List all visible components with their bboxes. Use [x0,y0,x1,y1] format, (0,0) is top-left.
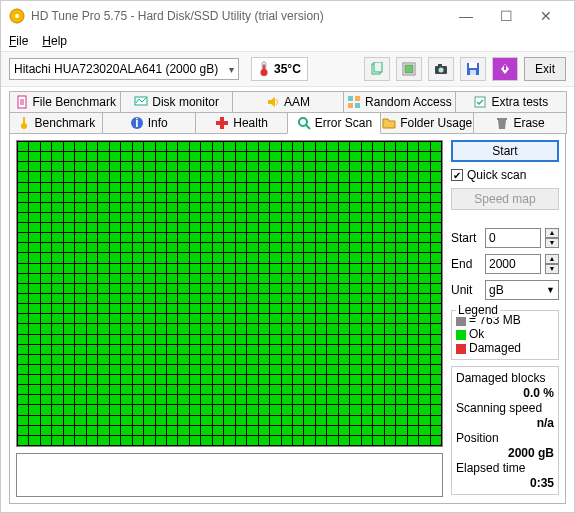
svg-rect-18 [348,96,353,101]
end-input[interactable]: 2000 [485,254,541,274]
scan-controls: Start ✔ Quick scan Speed map Start 0 ▲▼ … [451,140,559,497]
stats-box: Damaged blocks 0.0 % Scanning speed n/a … [451,366,559,495]
tab-folder-usage[interactable]: Folder Usage [380,112,474,134]
svg-rect-24 [23,117,25,124]
maximize-button[interactable]: ☐ [486,8,526,24]
extra-tests-icon [473,95,487,109]
benchmark-icon [17,116,31,130]
close-button[interactable]: ✕ [526,8,566,24]
svg-rect-21 [355,103,360,108]
tab-health[interactable]: Health [195,112,289,134]
trash-icon [495,116,509,130]
damaged-label: Damaged blocks [456,371,554,385]
drive-value: Hitachi HUA723020ALA641 (2000 gB) [14,62,218,76]
legend-damaged-swatch [456,344,466,354]
position-value: 2000 gB [456,446,554,460]
tab-disk-monitor[interactable]: Disk monitor [120,91,232,113]
svg-rect-28 [216,121,228,125]
end-spinner[interactable]: ▲▼ [545,254,559,274]
legend-block-swatch [456,316,466,326]
speed-label: Scanning speed [456,401,554,415]
tab-benchmark[interactable]: Benchmark [9,112,103,134]
window-title: HD Tune Pro 5.75 - Hard Disk/SSD Utility… [31,9,446,23]
tab-row-1: File Benchmark Disk monitor AAM Random A… [9,91,566,112]
tab-error-scan[interactable]: Error Scan [287,112,381,134]
quickscan-label: Quick scan [467,168,526,182]
svg-rect-19 [355,96,360,101]
minimize-button[interactable]: — [446,8,486,24]
menubar: File Help [1,31,574,51]
monitor-icon [134,95,148,109]
svg-point-10 [438,68,443,73]
error-scan-panel: Start ✔ Quick scan Speed map Start 0 ▲▼ … [9,133,566,504]
start-input[interactable]: 0 [485,228,541,248]
quickscan-checkbox[interactable]: ✔ [451,169,463,181]
damaged-value: 0.0 % [456,386,554,400]
svg-point-1 [15,14,19,18]
copy-screenshot-button[interactable] [396,57,422,81]
svg-rect-4 [263,65,265,73]
start-label: Start [451,231,481,245]
options-button[interactable] [492,57,518,81]
health-icon [215,116,229,130]
tabs: File Benchmark Disk monitor AAM Random A… [1,87,574,133]
legend-ok-swatch [456,330,466,340]
elapsed-label: Elapsed time [456,461,554,475]
temperature-value: 35°C [274,62,301,76]
toolbar: Hitachi HUA723020ALA641 (2000 gB) 35°C E… [1,51,574,87]
tab-random-access[interactable]: Random Access [343,91,455,113]
svg-text:i: i [135,116,138,130]
block-grid [16,140,443,447]
svg-rect-15 [504,65,506,70]
drive-select[interactable]: Hitachi HUA723020ALA641 (2000 gB) [9,58,239,80]
menu-help[interactable]: Help [42,34,67,48]
unit-label: Unit [451,283,481,297]
start-spinner[interactable]: ▲▼ [545,228,559,248]
unit-select[interactable]: gB▼ [485,280,559,300]
tab-file-benchmark[interactable]: File Benchmark [9,91,121,113]
svg-rect-13 [469,63,477,68]
screenshot-button[interactable] [428,57,454,81]
svg-rect-20 [348,103,353,108]
svg-rect-14 [470,70,476,75]
app-icon [9,8,25,24]
svg-line-30 [306,125,310,129]
elapsed-value: 0:35 [456,476,554,490]
file-benchmark-icon [15,95,29,109]
folder-icon [382,116,396,130]
titlebar: HD Tune Pro 5.75 - Hard Disk/SSD Utility… [1,1,574,31]
save-button[interactable] [460,57,486,81]
tab-info[interactable]: iInfo [102,112,196,134]
start-button[interactable]: Start [451,140,559,162]
info-icon: i [130,116,144,130]
app-window: HD Tune Pro 5.75 - Hard Disk/SSD Utility… [0,0,575,513]
tab-row-2: Benchmark iInfo Health Error Scan Folder… [9,112,566,133]
log-output [16,453,443,497]
temperature: 35°C [251,57,308,81]
svg-rect-8 [405,65,413,73]
tab-aam[interactable]: AAM [232,91,344,113]
tab-extra-tests[interactable]: Extra tests [455,91,567,113]
copy-info-button[interactable] [364,57,390,81]
end-label: End [451,257,481,271]
thermometer-icon [258,61,270,77]
svg-rect-6 [374,62,382,72]
menu-file[interactable]: File [9,34,28,48]
magnifier-icon [297,116,311,130]
svg-rect-31 [497,118,507,120]
random-icon [347,95,361,109]
svg-rect-11 [438,64,442,67]
svg-point-29 [299,118,307,126]
quickscan-row: ✔ Quick scan [451,168,559,182]
speaker-icon [266,95,280,109]
speed-value: n/a [456,416,554,430]
speedmap-button[interactable]: Speed map [451,188,559,210]
tab-erase[interactable]: Erase [473,112,567,134]
legend-box: Legend = 763 MB Ok Damaged [451,310,559,360]
exit-button[interactable]: Exit [524,57,566,81]
position-label: Position [456,431,554,445]
